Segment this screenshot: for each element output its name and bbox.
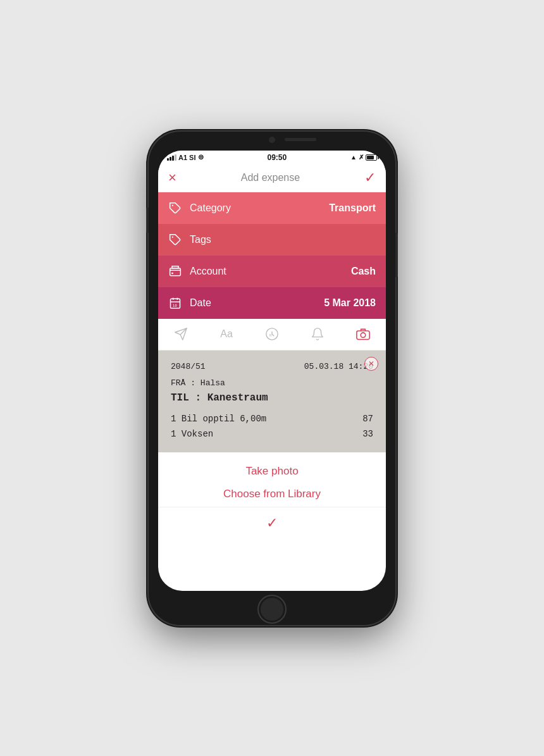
signal-bar-2 [170, 157, 171, 161]
account-label: Account [190, 266, 226, 277]
signal-bar-3 [172, 156, 174, 161]
toolbar: Aa R [158, 319, 386, 350]
category-value: Transport [329, 202, 376, 214]
receipt-to: TIL : Kanestraum [171, 390, 373, 407]
receipt-item-1-price: 87 [362, 412, 373, 426]
receipt-item-1: 1 Bil opptil 6,00m 87 [171, 412, 373, 426]
receipt-from-label: FRÅ : [171, 378, 195, 388]
camera-toolbar-icon[interactable] [352, 323, 374, 345]
signal-bar-4 [175, 154, 176, 161]
category-label: Category [190, 202, 231, 214]
location-toolbar-icon[interactable] [170, 323, 192, 345]
home-button[interactable] [257, 595, 287, 624]
receipt-area: ✕ 2048/51 05.03.18 14:20 FRÅ : Halsa TIL… [158, 350, 386, 591]
home-button-area [149, 593, 395, 625]
status-bar: A1 SI ⊜ 09:50 ▲ ✗ [158, 151, 386, 164]
bluetooth-icon: ✗ [359, 154, 364, 161]
status-right: ▲ ✗ [350, 154, 377, 161]
tags-row[interactable]: Tags [158, 224, 386, 256]
svg-point-14 [361, 333, 366, 338]
receipt-from: FRÅ : Halsa [171, 377, 373, 390]
tags-label: Tags [190, 234, 211, 245]
battery-icon [366, 154, 377, 161]
phone-frame: A1 SI ⊜ 09:50 ▲ ✗ × Add expense ✓ [149, 132, 395, 625]
choose-library-button[interactable]: Choose from Library [223, 488, 321, 500]
close-button[interactable]: × [168, 170, 176, 186]
receipt-item-2-price: 33 [362, 427, 373, 441]
repeat-toolbar-icon[interactable]: R [261, 323, 283, 345]
date-icon: 10 [168, 296, 182, 310]
account-row[interactable]: Account Cash [158, 256, 386, 287]
svg-text:10: 10 [173, 303, 178, 307]
tags-icon [168, 233, 182, 247]
notification-toolbar-icon[interactable] [306, 323, 329, 345]
bottom-confirm-button[interactable]: ✓ [266, 515, 278, 531]
receipt-item-2-name: 1 Voksen [171, 427, 213, 441]
speaker [285, 138, 316, 141]
signal-bar-1 [167, 158, 169, 161]
action-area: Take photo Choose from Library [158, 452, 386, 507]
phone-screen: A1 SI ⊜ 09:50 ▲ ✗ × Add expense ✓ [158, 151, 386, 591]
confirm-header-button[interactable]: ✓ [364, 170, 376, 186]
camera-dot [269, 137, 275, 143]
tags-row-left: Tags [168, 233, 211, 247]
category-row[interactable]: Category Transport [158, 192, 386, 224]
text-toolbar-icon[interactable]: Aa [215, 323, 238, 345]
date-row-left: 10 Date [168, 296, 211, 310]
receipt-header: 2048/51 05.03.18 14:20 [171, 361, 373, 374]
date-value: 5 Mar 2018 [324, 297, 376, 309]
svg-rect-3 [171, 272, 173, 274]
receipt-item-1-name: 1 Bil opptil 6,00m [171, 412, 266, 426]
receipt-item-2: 1 Voksen 33 [171, 427, 373, 441]
wifi-icon: ⊜ [198, 153, 204, 161]
account-value: Cash [351, 266, 376, 277]
date-label: Date [190, 297, 211, 309]
svg-text:R: R [269, 333, 271, 337]
menu-rows: Category Transport Tags [158, 192, 386, 319]
receipt-to-label: TIL : [171, 392, 201, 404]
receipt-from-value: Halsa [201, 378, 225, 388]
app-header: × Add expense ✓ [158, 164, 386, 192]
category-icon [168, 201, 182, 215]
svg-rect-2 [170, 268, 181, 276]
receipt-number: 2048/51 [171, 361, 206, 374]
status-time: 09:50 [267, 153, 287, 162]
receipt-datetime: 05.03.18 14:20 [304, 361, 373, 374]
date-row[interactable]: 10 Date 5 Mar 2018 [158, 287, 386, 319]
battery-fill [367, 156, 374, 159]
svg-rect-13 [357, 331, 369, 340]
take-photo-button[interactable]: Take photo [245, 465, 298, 478]
receipt-items: 1 Bil opptil 6,00m 87 1 Voksen 33 [171, 412, 373, 442]
location-icon: ▲ [350, 154, 357, 161]
receipt-image: ✕ 2048/51 05.03.18 14:20 FRÅ : Halsa TIL… [158, 350, 386, 453]
account-icon [168, 264, 182, 278]
account-row-left: Account [168, 264, 226, 278]
app-title: Add expense [241, 172, 300, 183]
bottom-confirm-bar: ✓ [158, 507, 386, 538]
category-row-left: Category [168, 201, 231, 215]
receipt-to-value: Kanestraum [207, 392, 268, 404]
carrier-label: A1 SI [178, 154, 196, 161]
receipt-close-button[interactable]: ✕ [364, 357, 378, 371]
status-left: A1 SI ⊜ [167, 153, 204, 161]
signal-bars [167, 154, 176, 161]
receipt-text: 2048/51 05.03.18 14:20 FRÅ : Halsa TIL :… [171, 361, 373, 442]
